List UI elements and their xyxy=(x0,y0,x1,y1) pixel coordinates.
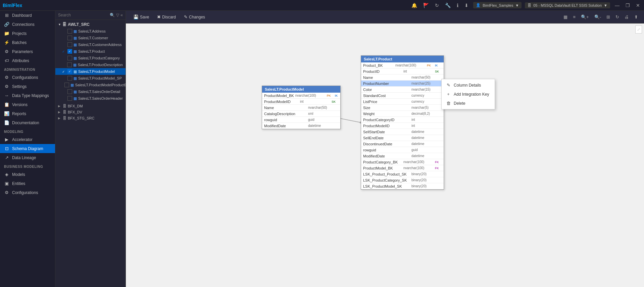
p-row-10[interactable]: ProductModelID int xyxy=(361,123,444,129)
refresh-icon[interactable]: ↻ xyxy=(434,1,440,9)
checkbox-4[interactable] xyxy=(67,56,72,60)
sidebar-item-connections[interactable]: 🔗 Connections xyxy=(0,20,55,29)
checkbox-0[interactable] xyxy=(67,29,72,34)
sidebar-item-settings[interactable]: ⚙ Settings xyxy=(0,82,55,91)
sidebar-item-parameters[interactable]: ⚙ Parameters xyxy=(0,47,55,56)
p-row-6[interactable]: ListPrice currency xyxy=(361,99,444,105)
tree-group-awlt-header[interactable]: ▼ 🗄 AWLT_SRC xyxy=(55,21,126,28)
pm-row-5[interactable]: ModifiedDate datetime xyxy=(262,123,340,129)
sidebar-item-reports[interactable]: 📊 Reports xyxy=(0,109,55,118)
p-row-15[interactable]: ModifiedDate datetime xyxy=(361,153,444,159)
p-row-9[interactable]: ProductCategoryID int xyxy=(361,117,444,123)
sidebar-item-schema-diagram[interactable]: ⊡ Schema Diagram xyxy=(0,144,55,153)
filter-icon[interactable]: ▽ xyxy=(116,13,119,17)
sidebar-item-accelerator[interactable]: ▶ Accelerator xyxy=(0,135,55,144)
tree-item-9[interactable]: ▦ SalesLT.SalesOrderDetail xyxy=(55,88,126,95)
pm-row-2[interactable]: Name nvarchar(50) xyxy=(262,105,340,111)
changes-button[interactable]: ✎ Changes xyxy=(181,13,208,21)
tree-item-3[interactable]: ✓ ✓ ▦ SalesLT.Product xyxy=(55,48,126,55)
checkbox-2[interactable] xyxy=(67,42,72,47)
p-row-2[interactable]: Name nvarchar(50) xyxy=(361,75,444,81)
p-row-13[interactable]: DiscontinuedDate datetime xyxy=(361,141,444,147)
sidebar-item-dashboard[interactable]: ⊞ Dashboard xyxy=(0,11,55,20)
discard-button[interactable]: ✖ Discard xyxy=(154,13,179,21)
tree-item-7[interactable]: ▦ SalesLT.ProductModel_SP xyxy=(55,75,126,82)
p-row-11[interactable]: SellStartDate datetime xyxy=(361,129,444,135)
p-row-0[interactable]: Product_BK nvarchar(100) PK IK xyxy=(361,62,444,68)
tree-item-1[interactable]: ▦ SalesLT.Customer xyxy=(55,35,126,41)
expand-canvas-button[interactable]: ⤢ xyxy=(635,26,642,34)
sidebar-item-data-lineage[interactable]: ↗ Data Lineage xyxy=(0,153,55,162)
user-selector[interactable]: 👤 BimlFlex_Samples ▼ xyxy=(473,2,522,8)
checkbox-10[interactable] xyxy=(67,96,72,101)
sidebar-item-attributes[interactable]: 🏷 Attributes xyxy=(0,56,55,65)
tree-item-2[interactable]: ▦ SalesLT.CustomerAddress xyxy=(55,41,126,48)
checkbox-6[interactable]: ✓ xyxy=(67,69,72,74)
search-input[interactable] xyxy=(58,13,108,17)
p-row-20[interactable]: LSK_ProductModel_SK binary(20) xyxy=(361,183,444,189)
export-icon[interactable]: ⬆ xyxy=(632,13,640,20)
p-row-1[interactable]: ProductID int SK xyxy=(361,68,444,75)
save-button[interactable]: 💾 Save xyxy=(130,13,152,21)
p-row-7[interactable]: Size nvarchar(5) xyxy=(361,105,444,111)
sidebar-item-biz-configurations[interactable]: ⚙ Configurations xyxy=(0,188,55,197)
zoom-out-icon[interactable]: 🔍- xyxy=(592,13,603,20)
tree-item-0[interactable]: ▦ SalesLT.Address xyxy=(55,28,126,35)
notification-icon[interactable]: 🔔 xyxy=(410,1,418,9)
p-row-4[interactable]: Color nvarchar(15) xyxy=(361,87,444,93)
checkbox-9[interactable] xyxy=(67,89,72,94)
p-row-18[interactable]: LSK_Product_Product_SK binary(20) xyxy=(361,171,444,177)
p-row-16[interactable]: ProductCategory_BK nvarchar(100) FK xyxy=(361,159,444,165)
refresh-canvas-icon[interactable]: ↻ xyxy=(613,13,621,20)
sidebar-item-entities[interactable]: ▣ Entities xyxy=(0,179,55,188)
search-icon[interactable]: 🔍 xyxy=(110,13,115,17)
tree-item-10[interactable]: ▦ SalesLT.SalesOrderHeader xyxy=(55,95,126,102)
pm-row-3[interactable]: CatalogDescription xml xyxy=(262,111,340,117)
maximize-button[interactable]: ❐ xyxy=(624,1,631,9)
sidebar-item-configurations[interactable]: ⚙ Configurations xyxy=(0,73,55,82)
p-row-5[interactable]: StandardCost currency xyxy=(361,93,444,99)
sidebar-item-models[interactable]: ◈ Models xyxy=(0,170,55,179)
tree-item-6[interactable]: ✓ ✓ ▦ SalesLT.ProductModel xyxy=(55,68,126,75)
close-button[interactable]: ✕ xyxy=(635,1,641,9)
help-icon[interactable]: ℹ xyxy=(455,1,460,9)
checkbox-8[interactable] xyxy=(64,83,69,87)
tree-item-4[interactable]: ▦ SalesLT.ProductCategory xyxy=(55,55,126,61)
tools-icon[interactable]: 🔧 xyxy=(444,1,452,9)
sidebar-item-data-type-mappings[interactable]: ↔ Data Type Mappings xyxy=(0,91,55,100)
sidebar-item-projects[interactable]: 📁 Projects xyxy=(0,29,55,38)
tree-item-8[interactable]: ▦ SalesLT.ProductModelProductDes... xyxy=(55,82,126,88)
p-row-8[interactable]: Weight decimal(8,2) xyxy=(361,111,444,117)
p-row-14[interactable]: rowguid guid xyxy=(361,147,444,153)
fit-icon[interactable]: ⊞ xyxy=(604,13,612,20)
checkbox-3[interactable]: ✓ xyxy=(67,49,72,54)
context-menu-column-details[interactable]: ✎ Column Details xyxy=(442,81,495,90)
p-row-12[interactable]: SellEndDate datetime xyxy=(361,135,444,141)
tree-group-bfx-dv[interactable]: ▶ 🗄 BFX_DV xyxy=(55,109,126,115)
tree-group-bfx-stg[interactable]: ▶ 🗄 BFX_STG_SRC xyxy=(55,115,126,121)
print-icon[interactable]: 🖨 xyxy=(623,13,631,20)
tree-group-bfx-dm[interactable]: ▶ 🗄 BFX_DM xyxy=(55,103,126,109)
collapse-icon[interactable]: « xyxy=(120,13,123,17)
list-view-icon[interactable]: ≡ xyxy=(571,13,578,20)
flag-icon[interactable]: 🚩 xyxy=(422,1,430,9)
schema-canvas[interactable]: SalesLT.ProductModel ProductModel_BK nva… xyxy=(126,23,644,287)
p-row-3[interactable]: ProductNumber nvarchar(25) xyxy=(361,81,444,87)
p-row-19[interactable]: LSK_ProductCategory_SK binary(20) xyxy=(361,177,444,183)
zoom-in-icon[interactable]: 🔍+ xyxy=(579,13,591,20)
minimize-button[interactable]: — xyxy=(613,1,621,9)
tree-item-5[interactable]: ▦ SalesLT.ProductDescription xyxy=(55,61,126,68)
sidebar-item-batches[interactable]: ⚡ Batches xyxy=(0,38,55,47)
pm-row-4[interactable]: rowguid guid xyxy=(262,117,340,123)
pm-row-0[interactable]: ProductModel_BK nvarchar(100) PK IK xyxy=(262,93,340,99)
download-icon[interactable]: ⬇ xyxy=(463,1,470,9)
context-menu-add-integration-key[interactable]: + Add Integration Key xyxy=(442,90,495,99)
sidebar-item-versions[interactable]: 📋 Versions xyxy=(0,100,55,109)
p-row-17[interactable]: ProductModel_BK nvarchar(100) FK xyxy=(361,165,444,171)
checkbox-1[interactable] xyxy=(67,36,72,40)
env-selector[interactable]: 🗄 05 - MSSQL DataVault ELT SSIS Solution… xyxy=(525,2,610,8)
checkbox-5[interactable] xyxy=(67,62,72,67)
pm-row-1[interactable]: ProductModelID int SK xyxy=(262,99,340,105)
sidebar-item-documentation[interactable]: 📄 Documentation xyxy=(0,118,55,127)
checkbox-7[interactable] xyxy=(67,76,72,81)
